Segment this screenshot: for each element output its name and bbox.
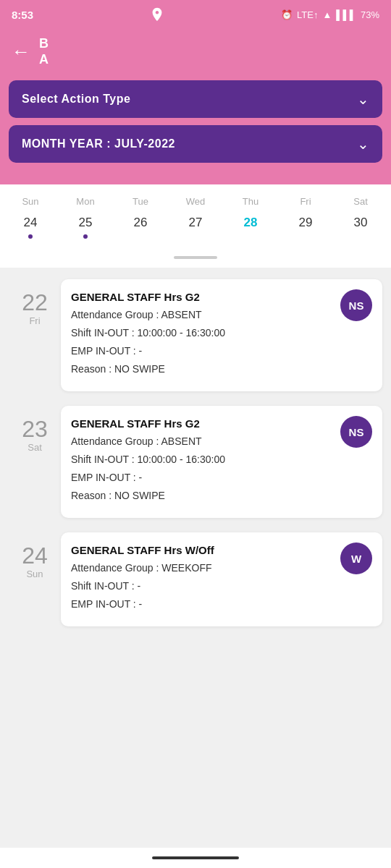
card-avatar: NS xyxy=(340,289,372,321)
status-time: 8:53 xyxy=(12,9,33,21)
signal-icon: LTE↑ xyxy=(297,9,318,20)
bottom-bar xyxy=(0,848,391,868)
card-title: GENERAL STAFF Hrs W/Off xyxy=(71,544,372,556)
card-body: GENERAL STAFF Hrs W/OffAttendance Group … xyxy=(61,532,382,626)
action-type-label: Select Action Type xyxy=(22,93,130,106)
card-date-day: Fri xyxy=(29,315,40,326)
calendar-date-26[interactable]: 26 xyxy=(113,216,168,239)
header-title-line2: A xyxy=(39,52,49,68)
card-emp-inout: EMP IN-OUT : - xyxy=(71,597,372,612)
calendar-date-28[interactable]: 28 xyxy=(223,216,278,239)
card-emp-inout: EMP IN-OUT : - xyxy=(71,344,372,359)
calendar-date-27[interactable]: 27 xyxy=(168,216,223,239)
scroll-indicator xyxy=(0,246,391,268)
month-year-label: MONTH YEAR : JULY-2022 xyxy=(22,137,175,150)
calendar-day-name-tue: Tue xyxy=(113,196,168,207)
card-attendance-group: Attendance Group : ABSENT xyxy=(71,434,372,449)
action-type-chevron: ⌄ xyxy=(357,90,369,108)
alarm-icon: ⏰ xyxy=(281,9,293,20)
scroll-bar xyxy=(174,256,217,259)
back-button[interactable]: ← xyxy=(12,41,30,63)
card-date-col: 23Sat xyxy=(9,406,61,453)
signal-bars-icon: ▌▌▌ xyxy=(336,9,356,20)
cards-section: 22FriGENERAL STAFF Hrs G2Attendance Grou… xyxy=(0,268,391,652)
card-attendance-group: Attendance Group : ABSENT xyxy=(71,307,372,323)
calendar-date-dot xyxy=(83,234,88,239)
calendar-day-name-thu: Thu xyxy=(223,196,278,207)
month-year-chevron: ⌄ xyxy=(357,135,369,153)
card-date-day: Sat xyxy=(28,442,42,453)
card-date-number: 23 xyxy=(22,417,48,441)
card-row: 23SatGENERAL STAFF Hrs G2Attendance Grou… xyxy=(9,406,382,518)
calendar-dates: 24252627282930 xyxy=(0,211,391,246)
card-title: GENERAL STAFF Hrs G2 xyxy=(71,291,372,303)
month-year-dropdown[interactable]: MONTH YEAR : JULY-2022 ⌄ xyxy=(9,125,382,163)
card-date-number: 24 xyxy=(22,544,48,567)
calendar-date-30[interactable]: 30 xyxy=(333,216,388,239)
card-title: GENERAL STAFF Hrs G2 xyxy=(71,417,372,430)
card-reason: Reason : NO SWIPE xyxy=(71,362,372,377)
card-row: 22FriGENERAL STAFF Hrs G2Attendance Grou… xyxy=(9,279,382,391)
card-avatar: W xyxy=(340,542,372,574)
battery-icon: 73% xyxy=(361,9,379,20)
calendar-date-dot xyxy=(28,234,33,239)
card-body: GENERAL STAFF Hrs G2Attendance Group : A… xyxy=(61,279,382,391)
wifi-icon: ▲ xyxy=(322,9,332,20)
status-icons: ⏰ LTE↑ ▲ ▌▌▌ 73% xyxy=(281,9,379,20)
calendar-header: SunMonTueWedThuFriSat xyxy=(0,192,391,211)
calendar-date-24[interactable]: 24 xyxy=(3,216,58,239)
dropdown-section: Select Action Type ⌄ MONTH YEAR : JULY-2… xyxy=(0,80,391,184)
home-indicator xyxy=(152,856,239,859)
location-icon xyxy=(149,7,165,22)
calendar-day-name-wed: Wed xyxy=(168,196,223,207)
header-title-line1: B xyxy=(39,36,49,52)
card-date-col: 22Fri xyxy=(9,279,61,326)
card-body: GENERAL STAFF Hrs G2Attendance Group : A… xyxy=(61,406,382,518)
calendar-date-29[interactable]: 29 xyxy=(278,216,333,239)
calendar-day-name-sat: Sat xyxy=(333,196,388,207)
status-center-icon xyxy=(149,7,165,22)
card-shift-inout: Shift IN-OUT : 10:00:00 - 16:30:00 xyxy=(71,452,372,467)
card-reason: Reason : NO SWIPE xyxy=(71,488,372,503)
status-bar: 8:53 ⏰ LTE↑ ▲ ▌▌▌ 73% xyxy=(0,0,391,29)
action-type-dropdown[interactable]: Select Action Type ⌄ xyxy=(9,80,382,118)
card-emp-inout: EMP IN-OUT : - xyxy=(71,470,372,485)
card-date-col: 24Sun xyxy=(9,532,61,579)
header: ← B A xyxy=(0,29,391,80)
header-title: B A xyxy=(39,36,49,67)
card-avatar: NS xyxy=(340,416,372,448)
calendar-section: SunMonTueWedThuFriSat 24252627282930 xyxy=(0,184,391,268)
calendar-day-name-mon: Mon xyxy=(58,196,113,207)
card-shift-inout: Shift IN-OUT : - xyxy=(71,579,372,594)
card-date-day: Sun xyxy=(26,569,43,579)
calendar-day-name-fri: Fri xyxy=(278,196,333,207)
card-date-number: 22 xyxy=(22,291,48,314)
card-shift-inout: Shift IN-OUT : 10:00:00 - 16:30:00 xyxy=(71,326,372,341)
card-attendance-group: Attendance Group : WEEKOFF xyxy=(71,561,372,576)
calendar-date-25[interactable]: 25 xyxy=(58,216,113,239)
card-row: 24SunGENERAL STAFF Hrs W/OffAttendance G… xyxy=(9,532,382,626)
calendar-day-name-sun: Sun xyxy=(3,196,58,207)
